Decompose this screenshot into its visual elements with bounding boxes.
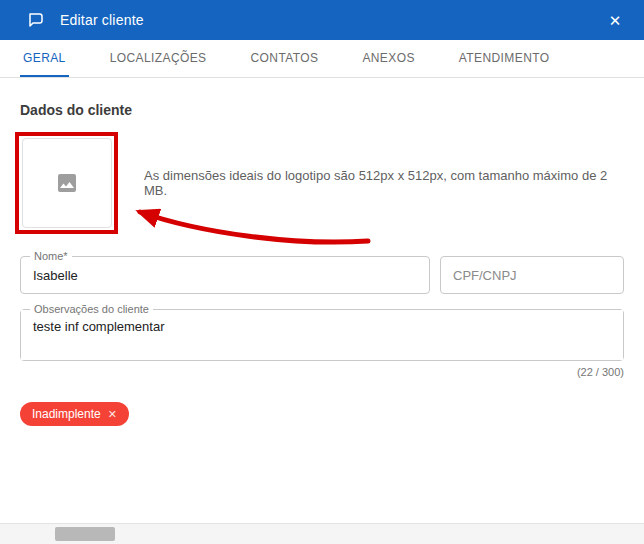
horizontal-scrollbar-thumb[interactable] xyxy=(55,527,115,541)
char-counter: (22 / 300) xyxy=(20,366,624,378)
inadimplente-chip[interactable]: Inadimplente ✕ xyxy=(20,402,129,426)
cpf-cnpj-input[interactable] xyxy=(441,257,623,293)
observations-textarea[interactable]: teste inf complementar xyxy=(21,310,623,360)
image-placeholder-icon xyxy=(55,171,79,195)
section-title: Dados do cliente xyxy=(20,102,624,118)
name-field-label: Nome* xyxy=(30,250,72,263)
tab-panel-geral: Dados do cliente As dimensões ideais do … xyxy=(0,102,644,426)
logo-upload-row: As dimensões ideais do logotipo são 512p… xyxy=(22,138,624,228)
edit-client-modal: Editar cliente ✕ GERAL LOCALIZAÇÕES CONT… xyxy=(0,0,644,544)
logo-upload-box[interactable] xyxy=(22,138,112,228)
tab-geral[interactable]: GERAL xyxy=(20,40,69,77)
name-input[interactable] xyxy=(21,257,429,293)
chip-close-icon[interactable]: ✕ xyxy=(108,408,117,421)
tab-localizacoes[interactable]: LOCALIZAÇÕES xyxy=(107,40,210,77)
tab-atendimento[interactable]: ATENDIMENTO xyxy=(456,40,553,77)
logo-upload-wrap xyxy=(22,138,112,228)
modal-titlebar: Editar cliente ✕ xyxy=(0,0,644,40)
cpf-field-wrap xyxy=(440,256,624,294)
observations-field-label: Observações do cliente xyxy=(30,303,153,316)
tab-bar: GERAL LOCALIZAÇÕES CONTATOS ANEXOS ATEND… xyxy=(0,40,644,78)
horizontal-scrollbar-track[interactable] xyxy=(0,523,644,544)
app-logo-icon xyxy=(26,10,46,30)
tab-anexos[interactable]: ANEXOS xyxy=(359,40,417,77)
logo-dimensions-hint: As dimensões ideais do logotipo são 512p… xyxy=(144,168,624,198)
chip-label: Inadimplente xyxy=(32,407,101,421)
tab-contatos[interactable]: CONTATOS xyxy=(248,40,322,77)
name-field-wrap: Nome* xyxy=(20,256,430,294)
modal-title: Editar cliente xyxy=(60,12,144,28)
name-cpf-row: Nome* xyxy=(20,256,624,294)
observations-field-wrap: Observações do cliente teste inf complem… xyxy=(20,309,624,361)
close-icon[interactable]: ✕ xyxy=(604,9,626,31)
